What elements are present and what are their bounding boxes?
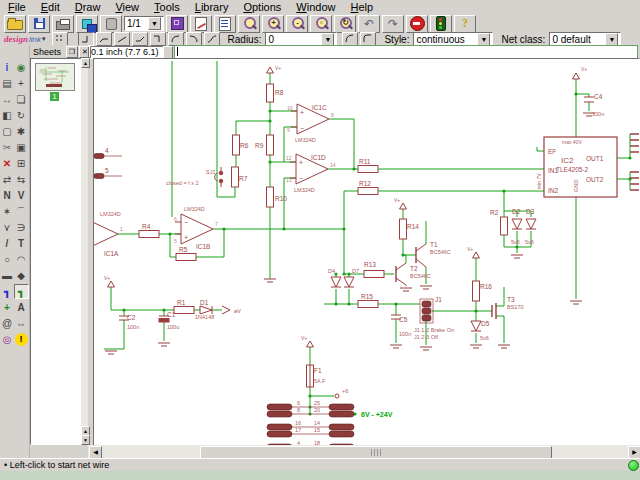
miter-tool[interactable]: ⌒: [15, 205, 28, 218]
copy-tool[interactable]: ❏: [15, 93, 28, 106]
scroll-down-icon[interactable]: ▼: [81, 435, 90, 445]
schematic-label: IN1: [548, 167, 559, 174]
bend-90-vert-horiz-button[interactable]: [78, 32, 94, 46]
bus-tool[interactable]: ┓: [1, 285, 14, 298]
info-tool[interactable]: i: [1, 61, 14, 74]
attribute-tool[interactable]: @: [1, 317, 14, 330]
split-tool[interactable]: ⋎: [1, 221, 14, 234]
rotate-tool[interactable]: ↻: [15, 109, 28, 122]
smash-tool[interactable]: ✶: [1, 205, 14, 218]
designlink-brand-button[interactable]: design link ▾: [4, 34, 46, 44]
sheet-thumbnail[interactable]: [35, 63, 75, 91]
schematic-label: T2: [410, 265, 418, 272]
group-tool[interactable]: ▢: [1, 125, 14, 138]
save-button[interactable]: [28, 15, 50, 33]
bend-spline-button[interactable]: [204, 32, 220, 46]
traffic-light-icon: [436, 16, 446, 31]
edit-sheet-button[interactable]: [190, 15, 212, 33]
cam-processor-button[interactable]: [76, 15, 98, 33]
stop-button[interactable]: [406, 15, 428, 33]
text-tool[interactable]: T: [15, 237, 28, 250]
bend-horiz-then-45-button[interactable]: [132, 32, 148, 46]
net-tool[interactable]: ┓: [14, 284, 29, 299]
panel-close-icon[interactable]: ✕: [79, 46, 91, 58]
traffic-light-icon[interactable]: [430, 15, 452, 33]
chevron-down-icon[interactable]: ▼: [477, 33, 490, 46]
change-tool[interactable]: ✱: [15, 125, 28, 138]
menu-edit[interactable]: Edit: [41, 1, 60, 13]
delete-tool[interactable]: ✕: [1, 157, 14, 170]
help-button[interactable]: ?: [454, 15, 476, 33]
display-layers-button[interactable]: [214, 15, 236, 33]
bend-diagonal-button[interactable]: [114, 32, 130, 46]
redo-button[interactable]: ↷: [382, 15, 404, 33]
command-line-input[interactable]: [174, 45, 638, 59]
grid-button[interactable]: [52, 32, 68, 46]
erc-tool[interactable]: ◎: [1, 333, 14, 346]
sheet-selector[interactable]: 1/1▼: [124, 16, 164, 31]
sheets-scrollbar[interactable]: ▲ ▲ ▼: [81, 58, 88, 443]
circle-tool[interactable]: ○: [1, 253, 14, 266]
zoom-out-button[interactable]: -: [286, 15, 308, 33]
undo-button[interactable]: ↶: [358, 15, 380, 33]
bend-90-horiz-vert-button[interactable]: [150, 32, 166, 46]
horizontal-scrollbar[interactable]: ◀ ▶: [88, 445, 640, 458]
bend-arc-right-button[interactable]: [186, 32, 202, 46]
schematic-label: C4: [594, 93, 603, 100]
chevron-down-icon[interactable]: ▼: [148, 17, 161, 30]
wire-tool[interactable]: /: [1, 237, 14, 250]
board-editor-button[interactable]: [166, 15, 188, 33]
chevron-down-icon[interactable]: ▼: [321, 33, 334, 46]
schematic-label: max 40V: [562, 139, 582, 145]
mirror-tool[interactable]: ◧: [1, 109, 14, 122]
zoom-fit-button[interactable]: [238, 15, 260, 33]
menu-help[interactable]: Help: [350, 1, 373, 13]
cut-tool[interactable]: ✂: [1, 141, 14, 154]
use-library-button[interactable]: [100, 15, 122, 33]
bend-45-then-horiz-button[interactable]: [96, 32, 112, 46]
menu-draw[interactable]: Draw: [75, 1, 101, 13]
menu-library[interactable]: Library: [195, 1, 229, 13]
menu-options[interactable]: Options: [243, 1, 281, 13]
gateswap-tool[interactable]: ⇆: [15, 173, 28, 186]
polygon-tool[interactable]: ◆: [15, 269, 28, 282]
schematic-canvas[interactable]: LM324DIC1A123−+LM324DIC1B765−+IC1CLM324D…: [93, 58, 640, 447]
move-tool[interactable]: ↔: [1, 93, 14, 106]
scroll-up-icon[interactable]: ▲: [81, 58, 90, 68]
chevron-down-icon: ▾: [42, 35, 46, 43]
bend-arc-left-button[interactable]: [168, 32, 184, 46]
schematic-label: 5v6: [480, 335, 489, 341]
name-tool[interactable]: N: [1, 189, 14, 202]
add-tool[interactable]: ⊞: [15, 157, 28, 170]
menu-view[interactable]: View: [115, 1, 139, 13]
sheet-number-badge[interactable]: 1: [50, 92, 59, 101]
zoom-in-button[interactable]: +: [262, 15, 284, 33]
menu-window[interactable]: Window: [296, 1, 335, 13]
dimension-tool[interactable]: ⇔: [15, 317, 28, 330]
zoom-redraw-button[interactable]: ↻: [334, 15, 356, 33]
miter-round-button[interactable]: [342, 32, 358, 46]
status-text: Left-click to start net wire: [10, 460, 110, 470]
schematic-label: V+: [275, 65, 281, 71]
menu-file[interactable]: File: [8, 1, 26, 13]
chevron-down-icon[interactable]: ▼: [605, 33, 618, 46]
rect-tool[interactable]: ▬: [1, 269, 14, 282]
label-tool[interactable]: A: [15, 301, 28, 314]
display-tool[interactable]: ▤: [1, 77, 14, 90]
menu-tools[interactable]: Tools: [154, 1, 180, 13]
value-tool[interactable]: V: [15, 189, 28, 202]
panel-float-icon[interactable]: ❐: [66, 46, 78, 58]
zoom-select-button[interactable]: ▫: [310, 15, 332, 33]
pinswap-tool[interactable]: ⇄: [1, 173, 14, 186]
invoke-tool[interactable]: ∋: [15, 221, 28, 234]
show-tool[interactable]: ◉: [15, 61, 28, 74]
pin-lines: [94, 156, 329, 446]
open-button[interactable]: [4, 15, 26, 33]
errors-tool[interactable]: !: [15, 333, 28, 346]
junction-tool[interactable]: +: [1, 301, 14, 314]
mark-tool[interactable]: +: [15, 77, 28, 90]
paste-tool[interactable]: ▣: [15, 141, 28, 154]
arc-tool[interactable]: ◠: [15, 253, 28, 266]
print-button[interactable]: [52, 15, 74, 33]
miter-straight-button[interactable]: [360, 32, 376, 46]
